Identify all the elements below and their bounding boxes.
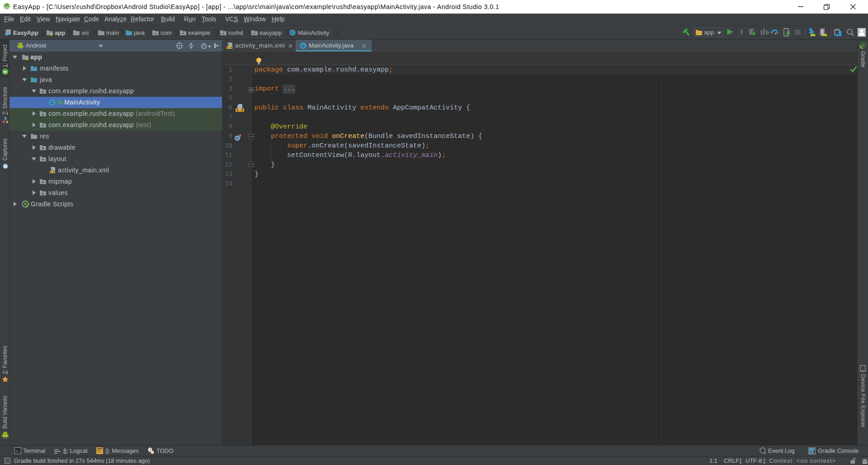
svg-text:C: C (51, 100, 54, 105)
svg-text:C: C (302, 43, 305, 48)
svg-text:C: C (291, 30, 294, 35)
